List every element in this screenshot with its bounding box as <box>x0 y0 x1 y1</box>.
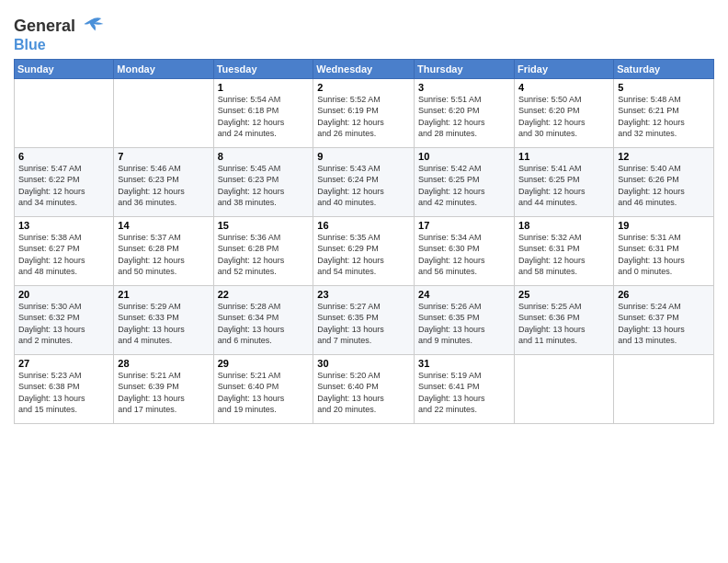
day-info: Sunrise: 5:41 AM Sunset: 6:25 PM Dayligh… <box>518 163 609 209</box>
day-number: 15 <box>218 220 310 231</box>
day-number: 1 <box>218 82 310 93</box>
day-number: 28 <box>118 358 209 369</box>
day-info: Sunrise: 5:51 AM Sunset: 6:20 PM Dayligh… <box>418 94 510 140</box>
calendar-week-5: 27Sunrise: 5:23 AM Sunset: 6:38 PM Dayli… <box>15 354 714 423</box>
day-info: Sunrise: 5:27 AM Sunset: 6:35 PM Dayligh… <box>317 301 410 347</box>
day-info: Sunrise: 5:21 AM Sunset: 6:39 PM Dayligh… <box>118 370 209 416</box>
calendar-cell: 19Sunrise: 5:31 AM Sunset: 6:31 PM Dayli… <box>614 216 714 285</box>
calendar-cell: 18Sunrise: 5:32 AM Sunset: 6:31 PM Dayli… <box>515 216 614 285</box>
day-number: 27 <box>18 358 109 369</box>
day-number: 17 <box>418 220 510 231</box>
day-number: 31 <box>418 358 510 369</box>
day-info: Sunrise: 5:32 AM Sunset: 6:31 PM Dayligh… <box>518 232 609 278</box>
calendar-cell: 15Sunrise: 5:36 AM Sunset: 6:28 PM Dayli… <box>213 216 313 285</box>
calendar-cell: 28Sunrise: 5:21 AM Sunset: 6:39 PM Dayli… <box>114 354 213 423</box>
day-info: Sunrise: 5:20 AM Sunset: 6:40 PM Dayligh… <box>317 370 410 416</box>
day-number: 22 <box>218 289 310 300</box>
calendar-week-3: 13Sunrise: 5:38 AM Sunset: 6:27 PM Dayli… <box>15 216 714 285</box>
col-saturday: Saturday <box>614 59 714 78</box>
logo-text-general: General <box>14 17 75 36</box>
day-info: Sunrise: 5:46 AM Sunset: 6:23 PM Dayligh… <box>118 163 209 209</box>
header: General Blue <box>14 9 714 53</box>
day-info: Sunrise: 5:43 AM Sunset: 6:24 PM Dayligh… <box>317 163 410 209</box>
calendar-cell: 14Sunrise: 5:37 AM Sunset: 6:28 PM Dayli… <box>114 216 213 285</box>
day-info: Sunrise: 5:37 AM Sunset: 6:28 PM Dayligh… <box>118 232 209 278</box>
calendar-cell: 3Sunrise: 5:51 AM Sunset: 6:20 PM Daylig… <box>415 78 515 147</box>
calendar-cell: 8Sunrise: 5:45 AM Sunset: 6:23 PM Daylig… <box>213 147 313 216</box>
day-number: 20 <box>18 289 109 300</box>
day-info: Sunrise: 5:54 AM Sunset: 6:18 PM Dayligh… <box>218 94 310 140</box>
calendar-cell: 10Sunrise: 5:42 AM Sunset: 6:25 PM Dayli… <box>415 147 515 216</box>
calendar-cell: 25Sunrise: 5:25 AM Sunset: 6:36 PM Dayli… <box>515 285 614 354</box>
day-info: Sunrise: 5:26 AM Sunset: 6:35 PM Dayligh… <box>418 301 510 347</box>
calendar-cell: 31Sunrise: 5:19 AM Sunset: 6:41 PM Dayli… <box>415 354 515 423</box>
calendar-cell: 1Sunrise: 5:54 AM Sunset: 6:18 PM Daylig… <box>213 78 313 147</box>
day-number: 19 <box>618 220 710 231</box>
calendar-cell <box>515 354 614 423</box>
calendar-week-4: 20Sunrise: 5:30 AM Sunset: 6:32 PM Dayli… <box>15 285 714 354</box>
day-info: Sunrise: 5:36 AM Sunset: 6:28 PM Dayligh… <box>218 232 310 278</box>
day-number: 4 <box>518 82 609 93</box>
calendar-cell <box>614 354 714 423</box>
calendar-cell: 4Sunrise: 5:50 AM Sunset: 6:20 PM Daylig… <box>515 78 614 147</box>
day-info: Sunrise: 5:45 AM Sunset: 6:23 PM Dayligh… <box>218 163 310 209</box>
day-info: Sunrise: 5:48 AM Sunset: 6:21 PM Dayligh… <box>618 94 710 140</box>
calendar-cell: 24Sunrise: 5:26 AM Sunset: 6:35 PM Dayli… <box>415 285 515 354</box>
day-number: 18 <box>518 220 609 231</box>
col-wednesday: Wednesday <box>313 59 415 78</box>
day-info: Sunrise: 5:29 AM Sunset: 6:33 PM Dayligh… <box>118 301 209 347</box>
calendar-cell: 9Sunrise: 5:43 AM Sunset: 6:24 PM Daylig… <box>313 147 415 216</box>
calendar-cell: 30Sunrise: 5:20 AM Sunset: 6:40 PM Dayli… <box>313 354 415 423</box>
day-info: Sunrise: 5:28 AM Sunset: 6:34 PM Dayligh… <box>218 301 310 347</box>
calendar-cell: 21Sunrise: 5:29 AM Sunset: 6:33 PM Dayli… <box>114 285 213 354</box>
day-info: Sunrise: 5:52 AM Sunset: 6:19 PM Dayligh… <box>317 94 410 140</box>
day-number: 13 <box>18 220 109 231</box>
day-info: Sunrise: 5:38 AM Sunset: 6:27 PM Dayligh… <box>18 232 109 278</box>
calendar-cell: 27Sunrise: 5:23 AM Sunset: 6:38 PM Dayli… <box>15 354 114 423</box>
day-info: Sunrise: 5:21 AM Sunset: 6:40 PM Dayligh… <box>218 370 310 416</box>
col-thursday: Thursday <box>415 59 515 78</box>
logo-text-blue: Blue <box>14 37 46 53</box>
day-info: Sunrise: 5:25 AM Sunset: 6:36 PM Dayligh… <box>518 301 609 347</box>
day-info: Sunrise: 5:19 AM Sunset: 6:41 PM Dayligh… <box>418 370 510 416</box>
calendar-week-2: 6Sunrise: 5:47 AM Sunset: 6:22 PM Daylig… <box>15 147 714 216</box>
calendar-cell: 29Sunrise: 5:21 AM Sunset: 6:40 PM Dayli… <box>213 354 313 423</box>
day-number: 23 <box>317 289 410 300</box>
day-info: Sunrise: 5:50 AM Sunset: 6:20 PM Dayligh… <box>518 94 609 140</box>
calendar-cell: 17Sunrise: 5:34 AM Sunset: 6:30 PM Dayli… <box>415 216 515 285</box>
day-number: 8 <box>218 151 310 162</box>
calendar-cell: 2Sunrise: 5:52 AM Sunset: 6:19 PM Daylig… <box>313 78 415 147</box>
day-info: Sunrise: 5:23 AM Sunset: 6:38 PM Dayligh… <box>18 370 109 416</box>
logo-bird-icon <box>77 13 105 40</box>
calendar-cell: 6Sunrise: 5:47 AM Sunset: 6:22 PM Daylig… <box>15 147 114 216</box>
day-number: 26 <box>618 289 710 300</box>
calendar-cell <box>114 78 213 147</box>
calendar-cell: 16Sunrise: 5:35 AM Sunset: 6:29 PM Dayli… <box>313 216 415 285</box>
calendar-cell: 22Sunrise: 5:28 AM Sunset: 6:34 PM Dayli… <box>213 285 313 354</box>
day-number: 21 <box>118 289 209 300</box>
day-number: 24 <box>418 289 510 300</box>
day-number: 5 <box>618 82 710 93</box>
calendar-cell: 13Sunrise: 5:38 AM Sunset: 6:27 PM Dayli… <box>15 216 114 285</box>
day-info: Sunrise: 5:42 AM Sunset: 6:25 PM Dayligh… <box>418 163 510 209</box>
day-info: Sunrise: 5:40 AM Sunset: 6:26 PM Dayligh… <box>618 163 710 209</box>
day-number: 10 <box>418 151 510 162</box>
calendar-cell: 26Sunrise: 5:24 AM Sunset: 6:37 PM Dayli… <box>614 285 714 354</box>
day-number: 2 <box>317 82 410 93</box>
col-monday: Monday <box>114 59 213 78</box>
day-number: 9 <box>317 151 410 162</box>
day-info: Sunrise: 5:35 AM Sunset: 6:29 PM Dayligh… <box>317 232 410 278</box>
day-number: 7 <box>118 151 209 162</box>
day-number: 6 <box>18 151 109 162</box>
calendar-cell: 11Sunrise: 5:41 AM Sunset: 6:25 PM Dayli… <box>515 147 614 216</box>
col-sunday: Sunday <box>15 59 114 78</box>
day-info: Sunrise: 5:30 AM Sunset: 6:32 PM Dayligh… <box>18 301 109 347</box>
col-tuesday: Tuesday <box>213 59 313 78</box>
day-number: 3 <box>418 82 510 93</box>
day-number: 30 <box>317 358 410 369</box>
calendar-header-row: Sunday Monday Tuesday Wednesday Thursday… <box>15 59 714 78</box>
calendar-cell: 23Sunrise: 5:27 AM Sunset: 6:35 PM Dayli… <box>313 285 415 354</box>
calendar-cell: 12Sunrise: 5:40 AM Sunset: 6:26 PM Dayli… <box>614 147 714 216</box>
calendar-week-1: 1Sunrise: 5:54 AM Sunset: 6:18 PM Daylig… <box>15 78 714 147</box>
day-number: 16 <box>317 220 410 231</box>
